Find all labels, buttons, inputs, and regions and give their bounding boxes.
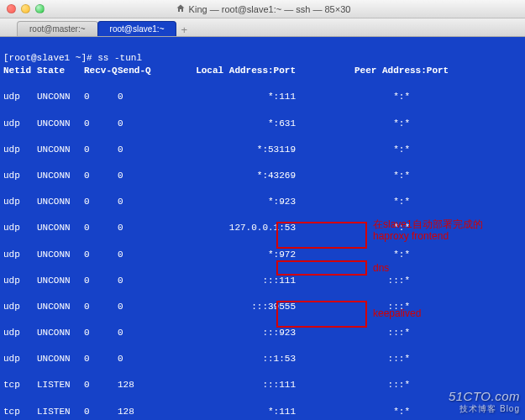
table-row: udpUNCONN00*:972*:* <box>3 249 522 262</box>
table-row: tcpLISTEN0128:::111:::* <box>3 379 522 392</box>
close-icon[interactable] <box>7 4 16 13</box>
terminal-window: King — root@slave1:~ — ssh — 85×30 root@… <box>0 0 525 420</box>
minimize-icon[interactable] <box>21 4 30 13</box>
col-state: State <box>37 65 84 78</box>
tab-slave1[interactable]: root@slave1:~ <box>97 21 177 36</box>
col-sendq: Send-Q <box>118 65 161 78</box>
table-row: udpUNCONN00127.0.0.1:53*:* <box>3 222 522 235</box>
table-row: udpUNCONN00*:43269*:* <box>3 170 522 183</box>
watermark: 51CTO.com 技术博客 Blog <box>449 389 520 415</box>
terminal-area[interactable]: [root@slave1 ~]# ss -tunl NetidStateRecv… <box>0 37 525 420</box>
table-row: udpUNCONN00*:923*:* <box>3 196 522 209</box>
table-row: udpUNCONN00*:53119*:* <box>3 144 522 157</box>
table-row: tcpLISTEN0128*:111*:* <box>3 406 522 419</box>
command: ss -tunl <box>97 53 142 63</box>
col-recvq: Recv-Q <box>84 65 118 78</box>
col-peer: Peer Address:Port <box>354 65 410 78</box>
table-row: udpUNCONN00:::923:::* <box>3 327 522 340</box>
zoom-icon[interactable] <box>35 4 45 13</box>
table-row: udpUNCONN00:::111:::* <box>3 275 522 288</box>
col-local: Local Address:Port <box>161 65 296 78</box>
traffic-lights <box>7 4 45 13</box>
col-netid: Netid <box>3 65 37 78</box>
table-row: udpUNCONN00::1:53:::* <box>3 353 522 366</box>
titlebar: King — root@slave1:~ — ssh — 85×30 <box>0 0 525 18</box>
table-row: udpUNCONN00*:111*:* <box>3 91 522 104</box>
tab-master[interactable]: root@master:~ <box>17 21 98 36</box>
terminal-output: [root@slave1 ~]# ss -tunl NetidStateRecv… <box>3 39 522 420</box>
table-row: udpUNCONN00*:631*:* <box>3 118 522 131</box>
home-icon <box>176 3 186 15</box>
table-row: udpUNCONN00:::39555:::* <box>3 301 522 314</box>
window-title: King — root@slave1:~ — ssh — 85×30 <box>189 4 351 14</box>
tab-add-button[interactable]: + <box>176 24 192 36</box>
tabbar: root@master:~ root@slave1:~ + <box>0 18 525 37</box>
prompt: [root@slave1 ~]# <box>3 53 97 63</box>
